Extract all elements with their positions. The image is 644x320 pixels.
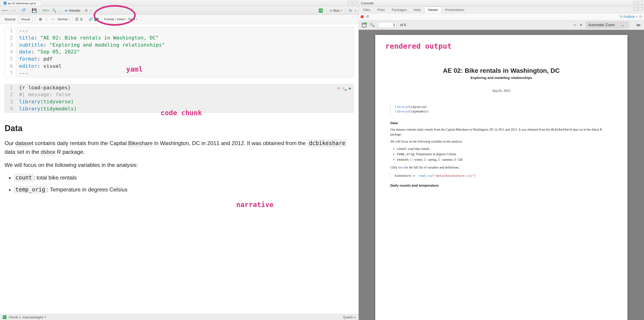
code-chunk[interactable]: ⚙ ▾▂ ▶ 1{r load-packages} 2#| message: f… [4, 84, 354, 113]
show-in-new-window-icon[interactable]: 🗗 [22, 8, 26, 13]
format-menu[interactable]: Format▾ [104, 18, 116, 21]
panel-min-icon[interactable] [634, 7, 638, 11]
source-mode-toggle[interactable]: Source [3, 16, 18, 22]
render-settings-caret-icon[interactable]: ▾ [90, 9, 91, 12]
render-label: Render [69, 9, 80, 13]
zoom-dropdown[interactable]: Automatic Zoom ⌄ [586, 22, 629, 28]
chunk-nav-label[interactable]: Chunk 1: load-packages [9, 315, 43, 319]
table-menu[interactable]: Table▾ [128, 18, 137, 21]
bullet-list-icon[interactable]: ☰ [75, 17, 78, 21]
run-caret-icon: ▾ [341, 9, 342, 12]
render-button[interactable]: ➠ Render [62, 7, 83, 14]
engine-label[interactable]: Quarto ⇅ [343, 315, 356, 319]
nav-back-icon[interactable]: ⟵ [2, 8, 8, 13]
plots-tab[interactable]: Plots [374, 7, 388, 13]
zoom-caret-icon: ⌄ [621, 23, 624, 27]
source-pane: ae-02-bikeshare.qmd × ⟵ ⟶ 🗗 💾 ABC✓ 🔍 ➠ R… [0, 0, 359, 320]
rendered-var-list: count: total bike rentals temp_orig: Tem… [397, 146, 612, 162]
rendered-data-heading: Data [390, 121, 612, 125]
narrative-section[interactable]: Data Our dataset contains daily rentals … [4, 122, 354, 194]
pdf-page-count: of 6 [400, 23, 406, 27]
rendered-para1: Our dataset contains daily rentals from … [390, 127, 612, 137]
pdf-sidebar-toggle-icon[interactable] [362, 23, 366, 27]
link-icon[interactable]: 🔗 [88, 17, 93, 21]
render-settings-icon[interactable]: ⚙ [85, 8, 88, 13]
rendered-read-csv: bikeshare <- read_csv("data/dcbikeshare.… [390, 173, 612, 179]
file-tab-label: ae-02-bikeshare.qmd [8, 2, 36, 5]
render-arrow-icon: ➠ [64, 8, 68, 13]
source-toolbar: ⟵ ⟶ 🗗 💾 ABC✓ 🔍 ➠ Render ⚙ ▾ +C ➔ Run ▾ ↻… [0, 7, 358, 15]
refresh-viewer-icon[interactable]: ⟳ [639, 15, 642, 19]
minimize-pane-icon[interactable] [348, 1, 352, 5]
publish-icon[interactable]: ↻ [349, 8, 352, 13]
rendered-code-libs: library(tidyverse) library(tidymodels) [390, 103, 612, 115]
console-tab-bar: Console [359, 0, 644, 7]
pdf-tools-icon[interactable]: ≫ [636, 22, 641, 28]
close-tab-icon[interactable]: × [38, 2, 39, 5]
chunk-nav-updown-icon[interactable]: ⇅ [44, 316, 46, 318]
rendered-output-annotation: rendered output [385, 42, 452, 51]
yaml-block[interactable]: 1--- 2title: "AE 02: Bike rentals in Was… [4, 27, 354, 77]
files-tab[interactable]: Files [360, 7, 374, 13]
visual-mode-toggle[interactable]: Visual [19, 16, 32, 22]
publish-button[interactable]: ↻ Publish ▾ [620, 15, 637, 19]
bold-button[interactable]: B [38, 17, 43, 22]
rendered-daily-heading: Daily counts and temperature [390, 183, 612, 187]
file-tab[interactable]: ae-02-bikeshare.qmd × [2, 1, 41, 6]
insert-menu[interactable]: Insert▾ [117, 18, 127, 21]
console-max-icon[interactable] [638, 1, 642, 5]
visual-format-bar: Source Visual B I <> Normal▾ ☰ ≣ 🔗 Forma… [0, 15, 358, 24]
rendered-para2: We will focus on the following variables… [390, 139, 612, 144]
help-tab[interactable]: Help [410, 7, 424, 13]
presentation-tab[interactable]: Presentation [442, 7, 468, 13]
maximize-pane-icon[interactable] [353, 1, 357, 5]
code-chunk-annotation: code chunk [160, 109, 202, 117]
packages-tab[interactable]: Packages [388, 7, 410, 13]
insert-chunk-button[interactable]: +C [319, 9, 323, 13]
rendered-page: rendered output AE 02: Bike rentals in W… [375, 35, 628, 320]
spellcheck-icon[interactable]: ABC✓ [42, 9, 50, 12]
image-icon[interactable] [94, 18, 98, 21]
run-chunk-icon[interactable]: ▶ [349, 86, 351, 91]
file-tab-bar: ae-02-bikeshare.qmd × [0, 0, 358, 7]
yaml-annotation: yaml [126, 65, 143, 73]
rendered-subtitle: Exploring and modeling relationships [390, 76, 612, 80]
save-icon[interactable]: 💾 [32, 8, 37, 13]
viewer-toolbar: 🗗 ↻ Publish ▾ ⟳ [359, 13, 644, 20]
pdf-search-icon[interactable]: 🔍 [370, 23, 375, 28]
console-min-icon[interactable] [634, 1, 638, 5]
pdf-viewport[interactable]: rendered output AE 02: Bike rentals in W… [359, 30, 644, 320]
quarto-doc-icon [4, 2, 7, 5]
pdf-toolbar: 🔍 of 6 − + Automatic Zoom ⌄ ≫ [359, 20, 644, 30]
run-above-icon[interactable]: ▾▂ [342, 86, 346, 91]
source-status-bar: C Chunk 1: load-packages ⇅ Quarto ⇅ [0, 314, 358, 320]
pdf-page-input[interactable] [378, 22, 397, 28]
panel-max-icon[interactable] [638, 7, 642, 11]
publish-icon: ↻ [620, 15, 623, 19]
zoom-in-icon[interactable]: + [580, 22, 582, 28]
rendered-title: AE 02: Bike rentals in Washington, DC [390, 67, 612, 74]
console-tab[interactable]: Console [361, 1, 374, 5]
editor-body[interactable]: 1--- 2title: "AE 02: Bike rentals in Was… [0, 24, 358, 314]
lower-panel-tabs: Files Plots Packages Help Viewer Present… [359, 7, 644, 13]
paragraph-style-dropdown[interactable]: Normal▾ [58, 18, 70, 21]
narrative-annotation: narrative [236, 201, 274, 209]
chunk-indicator-icon: C [3, 315, 6, 319]
italic-button[interactable]: I [44, 17, 48, 22]
zoom-out-icon[interactable]: − [573, 22, 576, 28]
nav-forward-icon[interactable]: ⟶ [10, 8, 16, 13]
rendered-para3: Click here for the full list of variable… [390, 165, 612, 170]
data-heading: Data [4, 122, 354, 135]
clear-viewer-icon[interactable] [360, 15, 364, 18]
run-label: Run [333, 9, 340, 13]
code-format-button[interactable]: <> [50, 17, 56, 22]
run-button[interactable]: ➔ Run ▾ [330, 9, 342, 13]
run-arrow-icon: ➔ [330, 9, 332, 13]
viewer-tab[interactable]: Viewer [424, 7, 442, 13]
popout-viewer-icon[interactable]: 🗗 [366, 15, 369, 19]
find-replace-icon[interactable]: 🔍 [52, 8, 56, 13]
numbered-list-icon[interactable]: ≣ [80, 17, 83, 21]
chunk-settings-icon[interactable]: ⚙ [337, 86, 340, 91]
rendered-date: Sep 05, 2022 [390, 89, 612, 93]
output-pane: Console Files Plots Packages Help Viewer… [359, 0, 644, 320]
